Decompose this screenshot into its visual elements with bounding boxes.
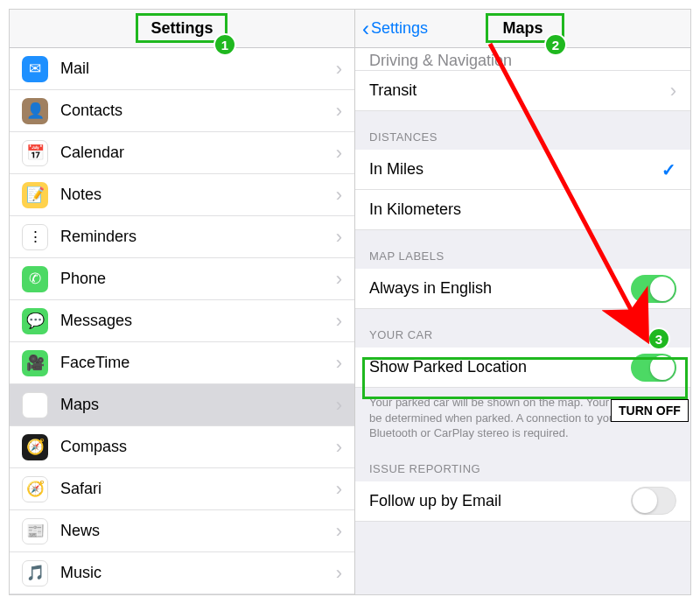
- row-label: Maps: [60, 396, 336, 414]
- row-label: Music: [60, 564, 336, 582]
- section-issue-reporting: ISSUE REPORTING: [355, 453, 690, 481]
- maps-pane: ‹ Settings Maps Driving & Navigation Tra…: [355, 10, 690, 594]
- row-label: Phone: [60, 270, 336, 288]
- maps-header: ‹ Settings Maps: [355, 10, 690, 48]
- maps-title: Maps: [502, 19, 542, 38]
- row-driving-navigation[interactable]: Driving & Navigation: [355, 48, 690, 71]
- row-label: Calendar: [60, 144, 336, 162]
- row-label: Reminders: [60, 228, 336, 246]
- settings-pane: Settings ✉Mail›👤Contacts›📅Calendar›📝Note…: [10, 10, 355, 594]
- settings-row-messages[interactable]: 💬Messages›: [10, 300, 354, 342]
- toggle-show-parked-location[interactable]: [631, 354, 676, 382]
- news-icon: 📰: [22, 518, 48, 544]
- chevron-right-icon: ›: [336, 100, 342, 123]
- back-button[interactable]: ‹ Settings: [362, 18, 428, 39]
- settings-row-news[interactable]: 📰News›: [10, 510, 354, 552]
- notes-icon: 📝: [22, 182, 48, 208]
- row-transit[interactable]: Transit ›: [355, 71, 690, 111]
- chevron-right-icon: ›: [336, 436, 342, 459]
- chevron-right-icon: ›: [336, 394, 342, 417]
- settings-row-music[interactable]: 🎵Music›: [10, 552, 354, 594]
- chevron-right-icon: ›: [336, 226, 342, 249]
- settings-row-phone[interactable]: ✆Phone›: [10, 258, 354, 300]
- settings-row-mail[interactable]: ✉Mail›: [10, 48, 354, 90]
- settings-row-notes[interactable]: 📝Notes›: [10, 174, 354, 216]
- settings-title: Settings: [150, 19, 213, 38]
- row-in-miles[interactable]: In Miles ✓: [355, 150, 690, 190]
- chevron-right-icon: ›: [336, 310, 342, 333]
- music-icon: 🎵: [22, 560, 48, 586]
- calendar-icon: 📅: [22, 140, 48, 166]
- row-label: Mail: [60, 60, 336, 78]
- contacts-icon: 👤: [22, 98, 48, 124]
- maps-icon: 🗺: [22, 392, 48, 418]
- row-label: FaceTime: [60, 354, 336, 372]
- settings-row-compass[interactable]: 🧭Compass›: [10, 426, 354, 468]
- chevron-right-icon: ›: [336, 562, 342, 585]
- chevron-right-icon: ›: [336, 352, 342, 375]
- toggle-follow-up-email[interactable]: [631, 487, 676, 515]
- facetime-icon: 🎥: [22, 350, 48, 376]
- section-your-car: YOUR CAR: [355, 309, 690, 348]
- chevron-left-icon: ‹: [362, 18, 369, 39]
- row-show-parked-location[interactable]: Show Parked Location: [355, 348, 690, 388]
- section-map-labels: MAP LABELS: [355, 230, 690, 269]
- row-label: Safari: [60, 480, 336, 498]
- section-distances: DISTANCES: [355, 111, 690, 150]
- settings-row-contacts[interactable]: 👤Contacts›: [10, 90, 354, 132]
- messages-icon: 💬: [22, 308, 48, 334]
- checkmark-icon: ✓: [662, 159, 676, 180]
- settings-list: ✉Mail›👤Contacts›📅Calendar›📝Notes›⋮Remind…: [10, 48, 354, 594]
- chevron-right-icon: ›: [336, 142, 342, 165]
- chevron-right-icon: ›: [336, 268, 342, 291]
- chevron-right-icon: ›: [336, 520, 342, 543]
- parked-footer-text: Your parked car will be shown on the map…: [355, 388, 690, 453]
- reminders-icon: ⋮: [22, 224, 48, 250]
- phone-icon: ✆: [22, 266, 48, 292]
- row-in-kilometers[interactable]: In Kilometers: [355, 190, 690, 230]
- row-label: Compass: [60, 438, 336, 456]
- chevron-right-icon: ›: [336, 184, 342, 207]
- row-label: Contacts: [60, 102, 336, 120]
- settings-row-reminders[interactable]: ⋮Reminders›: [10, 216, 354, 258]
- chevron-right-icon: ›: [336, 478, 342, 501]
- compass-icon: 🧭: [22, 434, 48, 460]
- row-always-english[interactable]: Always in English: [355, 269, 690, 309]
- settings-row-facetime[interactable]: 🎥FaceTime›: [10, 342, 354, 384]
- settings-header: Settings: [10, 10, 354, 48]
- settings-row-maps[interactable]: 🗺Maps›: [10, 384, 354, 426]
- row-label: News: [60, 522, 336, 540]
- settings-row-safari[interactable]: 🧭Safari›: [10, 468, 354, 510]
- back-label: Settings: [371, 19, 428, 38]
- toggle-always-english[interactable]: [631, 275, 676, 303]
- mail-icon: ✉: [22, 56, 48, 82]
- row-follow-up-email[interactable]: Follow up by Email: [355, 481, 690, 522]
- chevron-right-icon: ›: [336, 58, 342, 81]
- row-label: Notes: [60, 186, 336, 204]
- settings-row-calendar[interactable]: 📅Calendar›: [10, 132, 354, 174]
- row-label: Messages: [60, 312, 336, 330]
- chevron-right-icon: ›: [670, 80, 676, 102]
- safari-icon: 🧭: [22, 476, 48, 502]
